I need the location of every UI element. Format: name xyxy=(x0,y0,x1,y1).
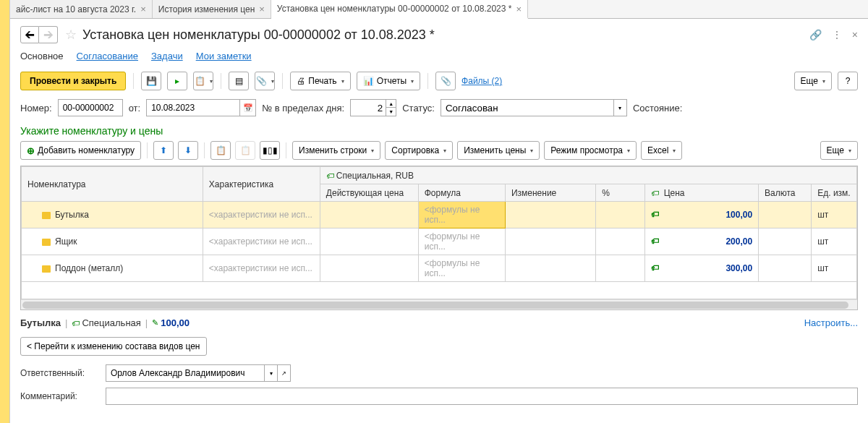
more-label: Еще xyxy=(801,76,818,86)
move-down-button[interactable]: ⬇ xyxy=(178,141,198,160)
cell-price[interactable]: 🏷100,00 xyxy=(645,202,759,228)
attach-button[interactable]: 📎 xyxy=(435,72,456,90)
reports-button[interactable]: 📊 Отчеты ▾ xyxy=(357,72,420,90)
left-accent-strip xyxy=(0,0,10,423)
subtab-main[interactable]: Основное xyxy=(20,51,64,63)
cell-currency[interactable] xyxy=(759,228,812,255)
cell-currency[interactable] xyxy=(759,255,812,282)
cell-percent[interactable] xyxy=(596,202,645,228)
print-button[interactable]: 🖨 Печать ▾ xyxy=(290,72,350,90)
horizontal-scrollbar[interactable] xyxy=(21,299,857,309)
cell-formula[interactable]: <формулы не исп... xyxy=(418,202,505,228)
subtab-approval[interactable]: Согласование xyxy=(77,51,138,63)
view-mode-label: Режим просмотра xyxy=(550,145,623,155)
cell-nomenclature[interactable]: Поддон (металл) xyxy=(22,255,203,282)
header-price[interactable]: 🏷 Цена xyxy=(645,184,759,202)
table-row[interactable]: Ящик <характеристики не исп... <формулы … xyxy=(22,228,857,255)
header-current-price[interactable]: Действующая цена xyxy=(320,184,418,202)
paste-button[interactable]: 📋 xyxy=(235,141,255,160)
tab-price-history[interactable]: История изменения цен × xyxy=(153,0,271,18)
cell-change[interactable] xyxy=(505,255,595,282)
change-price-types-button[interactable]: < Перейти к изменению состава видов цен xyxy=(20,337,207,356)
calendar-button[interactable]: 📅 xyxy=(240,99,256,116)
create-based-on-button[interactable]: 📋▾ xyxy=(193,72,213,90)
change-prices-button[interactable]: Изменить цены ▾ xyxy=(457,141,540,160)
close-icon[interactable]: × xyxy=(140,4,146,14)
responsible-dropdown-button[interactable]: ▾ xyxy=(265,364,278,382)
files-link[interactable]: Файлы (2) xyxy=(461,76,502,86)
list-button[interactable]: ▤ xyxy=(229,72,249,90)
status-select[interactable] xyxy=(441,99,614,116)
table-more-button[interactable]: Еще ▾ xyxy=(820,141,858,160)
cell-current-price[interactable] xyxy=(320,228,418,255)
barcode-button[interactable]: ▮▯▮ xyxy=(260,141,280,160)
cell-current-price[interactable] xyxy=(320,202,418,228)
more-button[interactable]: Еще ▾ xyxy=(794,72,832,90)
cell-characteristic[interactable]: <характеристики не исп... xyxy=(203,228,320,255)
add-nomenclature-button[interactable]: ⊕ Добавить номенклатуру xyxy=(20,141,141,160)
subtab-notes[interactable]: Мои заметки xyxy=(196,51,252,63)
header-currency[interactable]: Валюта xyxy=(759,184,812,202)
cell-price[interactable]: 🏷300,00 xyxy=(645,255,759,282)
scrollbar-thumb[interactable] xyxy=(22,302,848,309)
cell-characteristic[interactable]: <характеристики не исп... xyxy=(203,202,320,228)
nav-forward-button[interactable]: 🡪 xyxy=(39,26,58,43)
link-icon[interactable]: 🔗 xyxy=(809,29,822,40)
cell-change[interactable] xyxy=(505,228,595,255)
tab-set-prices[interactable]: Установка цен номенклатуры 00-00000002 о… xyxy=(271,0,528,19)
header-formula[interactable]: Формула xyxy=(418,184,505,202)
within-day-input[interactable] xyxy=(350,99,386,116)
number-input[interactable] xyxy=(58,99,123,116)
more-vertical-icon[interactable]: ⋮ xyxy=(832,29,842,40)
comment-input[interactable] xyxy=(106,388,858,405)
spinner-down-button[interactable]: ▼ xyxy=(386,108,396,116)
header-characteristic[interactable]: Характеристика xyxy=(203,167,320,202)
cell-unit[interactable]: шт xyxy=(812,255,857,282)
close-icon[interactable]: × xyxy=(516,4,522,14)
responsible-input[interactable] xyxy=(106,364,265,382)
post-button[interactable]: ▸ xyxy=(167,72,187,90)
cell-unit[interactable]: шт xyxy=(812,228,857,255)
related-button[interactable]: 📎▾ xyxy=(255,72,275,90)
cell-price[interactable]: 🏷200,00 xyxy=(645,228,759,255)
responsible-open-button[interactable]: ↗ xyxy=(278,364,291,382)
nav-back-button[interactable]: 🡨 xyxy=(20,26,39,43)
change-rows-button[interactable]: Изменить строки ▾ xyxy=(292,141,380,160)
table-row[interactable]: Бутылка <характеристики не исп... <форму… xyxy=(22,202,857,228)
cell-currency[interactable] xyxy=(759,202,812,228)
cell-formula[interactable]: <формулы не исп... xyxy=(418,255,505,282)
post-and-close-button[interactable]: Провести и закрыть xyxy=(20,72,126,90)
cell-percent[interactable] xyxy=(596,228,645,255)
cell-current-price[interactable] xyxy=(320,255,418,282)
cell-unit[interactable]: шт xyxy=(812,202,857,228)
help-button[interactable]: ? xyxy=(838,72,858,90)
date-input[interactable] xyxy=(146,99,240,116)
cell-characteristic[interactable]: <характеристики не исп... xyxy=(203,255,320,282)
header-unit[interactable]: Ед. изм. xyxy=(812,184,857,202)
table-row[interactable]: Поддон (металл) <характеристики не исп..… xyxy=(22,255,857,282)
cell-formula[interactable]: <формулы не исп... xyxy=(418,228,505,255)
status-dropdown-button[interactable]: ▾ xyxy=(614,99,627,116)
view-mode-button[interactable]: Режим просмотра ▾ xyxy=(544,141,637,160)
close-icon[interactable]: × xyxy=(852,29,858,40)
cell-nomenclature[interactable]: Бутылка xyxy=(22,202,203,228)
header-change[interactable]: Изменение xyxy=(505,184,595,202)
cell-percent[interactable] xyxy=(596,255,645,282)
excel-button[interactable]: Excel ▾ xyxy=(641,141,682,160)
configure-link[interactable]: Настроить... xyxy=(804,317,858,328)
cell-change[interactable] xyxy=(505,202,595,228)
move-up-button[interactable]: ⬆ xyxy=(153,141,174,160)
subtab-tasks[interactable]: Задачи xyxy=(151,51,183,63)
cell-nomenclature[interactable]: Ящик xyxy=(22,228,203,255)
item-name: Ящик xyxy=(55,236,77,247)
close-icon[interactable]: × xyxy=(259,4,265,14)
favorite-star-icon[interactable]: ☆ xyxy=(65,27,77,43)
change-rows-label: Изменить строки xyxy=(299,145,367,155)
tab-price-list[interactable]: айс-лист на 10 августа 2023 г. × xyxy=(10,0,153,18)
header-nomenclature[interactable]: Номенклатура xyxy=(22,167,203,202)
save-button[interactable]: 💾 xyxy=(141,72,161,90)
copy-button[interactable]: 📋 xyxy=(210,141,231,160)
header-percent[interactable]: % xyxy=(596,184,645,202)
spinner-up-button[interactable]: ▲ xyxy=(386,99,396,108)
sort-button[interactable]: Сортировка ▾ xyxy=(385,141,453,160)
